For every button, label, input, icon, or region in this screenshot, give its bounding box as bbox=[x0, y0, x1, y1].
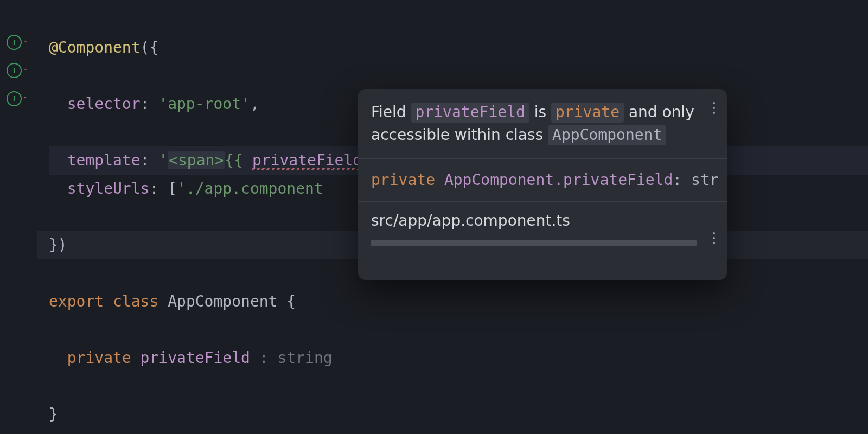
keyword-token: private bbox=[67, 349, 131, 367]
property-token: template bbox=[67, 151, 141, 169]
keyword-token: export bbox=[49, 292, 104, 310]
html-tag-token: <span> bbox=[168, 151, 225, 169]
type-hint-token: string bbox=[277, 349, 332, 367]
type-hint-token: : bbox=[250, 349, 278, 367]
tooltip-signature: private AppComponent.privateField: str bbox=[358, 159, 727, 202]
tooltip-file-path[interactable]: src/app/app.component.ts bbox=[358, 202, 727, 237]
tooltip-class-chip: AppComponent bbox=[548, 125, 666, 145]
tooltip-text: is bbox=[529, 103, 551, 121]
diagnostic-tooltip[interactable]: Field privateField is private and only a… bbox=[358, 89, 727, 280]
up-arrow-icon: ↑ bbox=[23, 37, 28, 47]
error-identifier-token[interactable]: privateField bbox=[252, 151, 362, 169]
punct-token: : bbox=[141, 95, 159, 113]
punct-token: : [ bbox=[149, 180, 177, 197]
more-actions-icon[interactable] bbox=[713, 232, 715, 244]
tooltip-keyword-chip: private bbox=[551, 103, 624, 123]
interface-icon: I bbox=[7, 91, 22, 106]
gutter-implements-icon[interactable]: I ↑ bbox=[7, 34, 29, 50]
punct-token: , bbox=[250, 95, 259, 113]
sig-type-suffix: : str bbox=[673, 171, 718, 189]
code-line[interactable]: } bbox=[49, 400, 868, 429]
interface-icon: I bbox=[7, 35, 22, 50]
field-name-token: privateField bbox=[141, 349, 250, 367]
up-arrow-icon: ↑ bbox=[23, 94, 28, 104]
interface-icon: I bbox=[7, 63, 22, 78]
keyword-token: class bbox=[113, 292, 158, 310]
editor-gutter: I ↑ I ↑ I ↑ bbox=[0, 0, 37, 434]
sig-keyword: private bbox=[371, 171, 435, 189]
sig-space bbox=[435, 171, 444, 189]
decorator-token: @Component bbox=[49, 39, 141, 56]
punct-token: } bbox=[49, 405, 58, 423]
interp-open-token: {{ bbox=[225, 151, 252, 169]
tooltip-field-chip: privateField bbox=[411, 103, 529, 123]
punct-token: { bbox=[286, 292, 296, 310]
string-token: ' bbox=[158, 151, 168, 169]
punct-token: : bbox=[141, 151, 159, 169]
punct-token: ({ bbox=[141, 39, 159, 56]
punct-token: }) bbox=[49, 236, 67, 254]
up-arrow-icon: ↑ bbox=[23, 66, 28, 75]
property-token: selector bbox=[67, 95, 141, 113]
file-path-text: src/app/app.component.ts bbox=[371, 212, 570, 229]
sig-qualified-name: AppComponent.privateField bbox=[444, 171, 673, 189]
string-token: './app.component bbox=[177, 180, 323, 197]
class-name-token: AppComponent bbox=[168, 292, 277, 310]
tooltip-message: Field privateField is private and only a… bbox=[358, 89, 727, 159]
more-actions-icon[interactable] bbox=[713, 102, 715, 114]
gutter-implements-icon[interactable]: I ↑ bbox=[7, 91, 29, 107]
code-line[interactable]: @Component({ bbox=[49, 34, 868, 62]
string-token: 'app-root' bbox=[158, 95, 250, 113]
code-line[interactable]: export class AppComponent { bbox=[49, 288, 868, 316]
tooltip-text: Field bbox=[371, 103, 411, 121]
tooltip-scrollbar[interactable] bbox=[371, 240, 697, 246]
code-line[interactable]: private privateField : string bbox=[49, 344, 868, 372]
gutter-implements-icon[interactable]: I ↑ bbox=[7, 62, 29, 79]
property-token: styleUrls bbox=[67, 180, 150, 197]
